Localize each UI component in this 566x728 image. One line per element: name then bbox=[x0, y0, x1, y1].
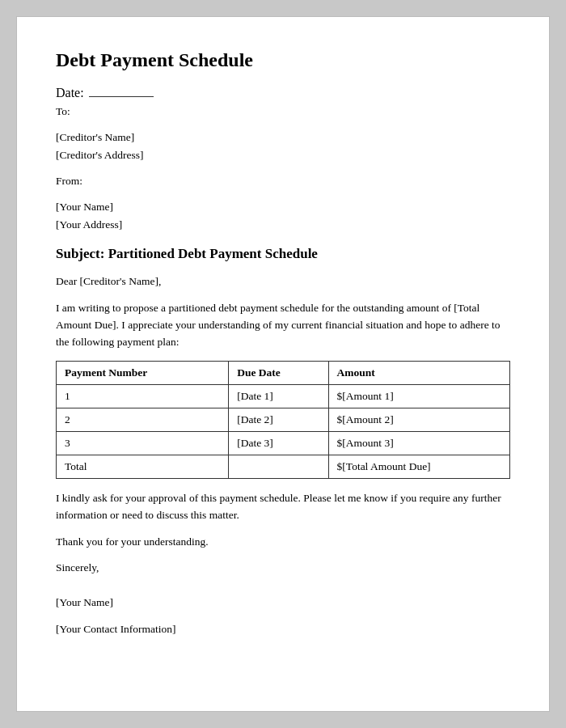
document-page: Debt Payment Schedule Date: To: [Credito… bbox=[16, 16, 550, 712]
header-due-date: Due Date bbox=[229, 361, 328, 384]
table-header-row: Payment Number Due Date Amount bbox=[57, 361, 510, 384]
subject-heading: Subject: Partitioned Debt Payment Schedu… bbox=[56, 246, 510, 262]
signature-section: Sincerely, [Your Name] [Your Contact Inf… bbox=[56, 560, 510, 638]
to-label: To: bbox=[56, 105, 510, 118]
table-row: 1[Date 1]$[Amount 1] bbox=[57, 384, 510, 408]
closing-paragraph: I kindly ask for your approval of this p… bbox=[56, 490, 510, 524]
cell-payment-number: 3 bbox=[57, 431, 229, 455]
signature-name: [Your Name] bbox=[56, 595, 510, 612]
thank-you: Thank you for your understanding. bbox=[56, 534, 510, 551]
date-underline bbox=[89, 86, 154, 97]
intro-paragraph: I am writing to propose a partitioned de… bbox=[56, 300, 510, 351]
cell-due-date bbox=[229, 455, 328, 478]
cell-amount: $[Amount 3] bbox=[328, 431, 509, 455]
header-amount: Amount bbox=[328, 361, 509, 384]
table-row: 3[Date 3]$[Amount 3] bbox=[57, 431, 510, 455]
cell-due-date: [Date 1] bbox=[229, 384, 328, 408]
cell-due-date: [Date 3] bbox=[229, 431, 328, 455]
date-line: Date: bbox=[56, 86, 510, 100]
dear-line: Dear [Creditor's Name], bbox=[56, 273, 510, 290]
creditor-name: [Creditor's Name] bbox=[56, 131, 510, 144]
creditor-address: [Creditor's Address] bbox=[56, 149, 510, 162]
cell-due-date: [Date 2] bbox=[229, 408, 328, 431]
cell-amount: $[Total Amount Due] bbox=[328, 455, 509, 478]
your-name: [Your Name] bbox=[56, 201, 510, 214]
cell-payment-number: 1 bbox=[57, 384, 229, 408]
cell-payment-number: Total bbox=[57, 455, 229, 478]
cell-payment-number: 2 bbox=[57, 408, 229, 431]
table-row: Total$[Total Amount Due] bbox=[57, 455, 510, 478]
page-title: Debt Payment Schedule bbox=[56, 49, 510, 71]
from-label: From: bbox=[56, 175, 510, 188]
contact-info: [Your Contact Information] bbox=[56, 621, 510, 638]
header-payment-number: Payment Number bbox=[57, 361, 229, 384]
table-row: 2[Date 2]$[Amount 2] bbox=[57, 408, 510, 431]
cell-amount: $[Amount 2] bbox=[328, 408, 509, 431]
cell-amount: $[Amount 1] bbox=[328, 384, 509, 408]
your-address: [Your Address] bbox=[56, 218, 510, 231]
payment-table: Payment Number Due Date Amount 1[Date 1]… bbox=[56, 361, 510, 479]
sincerely: Sincerely, bbox=[56, 560, 510, 577]
date-label: Date: bbox=[56, 86, 84, 100]
